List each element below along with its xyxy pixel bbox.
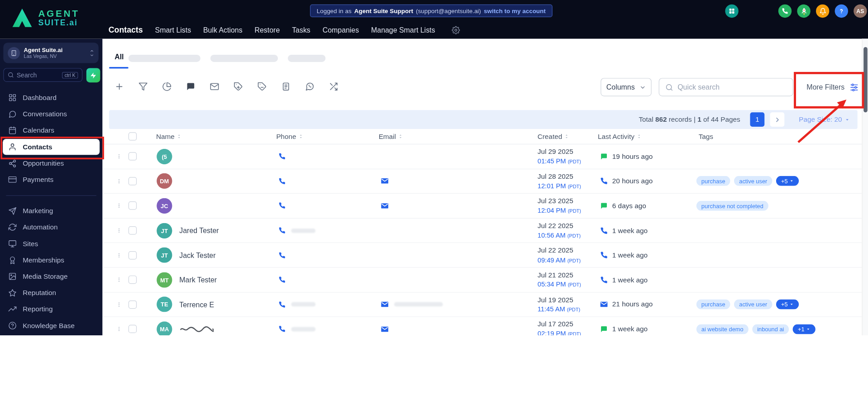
table-row[interactable]: JCJul 23 202512:04 PM (PDT)6 days agopur…	[102, 194, 862, 219]
email-icon[interactable]	[381, 177, 389, 185]
phone-icon[interactable]	[778, 5, 792, 18]
table-row[interactable]: JTJared TesterJul 22 202510:56 AM (PDT)1…	[102, 219, 862, 243]
topnav-smart-lists[interactable]: Smart Lists	[155, 26, 191, 34]
sidebar-item-conversations[interactable]: Conversations	[3, 106, 100, 122]
sort-icon[interactable]	[564, 134, 569, 139]
sidebar-item-opportunities[interactable]: Opportunities	[3, 155, 100, 172]
tag-pill[interactable]: active user	[734, 300, 772, 310]
more-filters-button[interactable]: More Filters	[806, 78, 858, 96]
row-checkbox[interactable]	[129, 300, 137, 309]
sidebar-item-marketing[interactable]: Marketing	[3, 203, 100, 219]
table-row[interactable]: MTMark TesterJul 21 202505:34 PM (PDT)1 …	[102, 268, 862, 293]
sidebar-item-knowledge-base[interactable]: Knowledge Base	[3, 317, 100, 334]
apps-icon[interactable]	[725, 5, 738, 18]
contact-name[interactable]: Mark Tester	[179, 276, 217, 284]
row-checkbox[interactable]	[129, 276, 137, 284]
quick-search-input[interactable]: Quick search	[659, 78, 793, 96]
row-menu-icon[interactable]	[116, 226, 122, 234]
help-icon[interactable]	[835, 5, 848, 18]
column-header-created[interactable]: Created	[531, 133, 591, 140]
sort-icon[interactable]	[398, 134, 403, 139]
sort-icon[interactable]	[637, 134, 642, 139]
export-contacts-icon[interactable]	[281, 82, 291, 91]
phone-icon[interactable]	[278, 177, 286, 185]
page-1-button[interactable]: 1	[750, 112, 765, 127]
topnav-tasks[interactable]: Tasks	[292, 26, 310, 34]
sidebar-item-memberships[interactable]: Memberships	[3, 252, 100, 268]
phone-icon[interactable]	[278, 276, 286, 283]
ai-assistant-button[interactable]	[86, 68, 100, 82]
more-tags-pill[interactable]: +5	[776, 300, 799, 310]
row-checkbox[interactable]	[129, 177, 137, 185]
switch-account-link[interactable]: switch to my account	[484, 8, 546, 14]
column-header-name[interactable]: Name	[149, 133, 269, 140]
row-menu-icon[interactable]	[116, 300, 122, 309]
topnav-manage-smart-lists[interactable]: Manage Smart Lists	[371, 26, 435, 34]
user-avatar[interactable]: AS	[854, 5, 867, 18]
table-row[interactable]: DMJul 28 202512:01 PM (PDT)20 hours agop…	[102, 169, 862, 194]
row-checkbox[interactable]	[129, 226, 137, 234]
table-row[interactable]: JTJack TesterJul 22 202509:49 AM (PDT)1 …	[102, 243, 862, 268]
contact-name[interactable]: Terrence E	[179, 300, 214, 309]
topnav-restore[interactable]: Restore	[255, 26, 280, 34]
phone-icon[interactable]	[278, 227, 286, 234]
page-size-dropdown[interactable]: Page Size: 20	[799, 116, 849, 124]
email-icon[interactable]	[381, 300, 389, 308]
row-checkbox[interactable]	[129, 153, 137, 161]
topnav-bulk-actions[interactable]: Bulk Actions	[203, 26, 243, 34]
row-menu-icon[interactable]	[116, 325, 122, 333]
row-checkbox[interactable]	[129, 325, 137, 333]
row-menu-icon[interactable]	[116, 276, 122, 284]
tag-pill[interactable]: purchase	[696, 176, 730, 186]
column-header-phone[interactable]: Phone	[270, 133, 372, 140]
notifications-icon[interactable]	[816, 5, 829, 18]
send-sms-icon[interactable]	[186, 82, 196, 91]
scrollbar-track[interactable]	[862, 39, 868, 335]
column-header-tags[interactable]: Tags	[692, 133, 862, 140]
column-header-last-activity[interactable]: Last Activity	[591, 133, 692, 140]
row-menu-icon[interactable]	[116, 153, 122, 161]
topnav-contacts[interactable]: Contacts	[109, 25, 143, 34]
tag-pill[interactable]: active user	[734, 176, 772, 186]
account-switcher[interactable]: Agent Suite.ai Las Vegas, NV	[3, 43, 98, 63]
phone-icon[interactable]	[278, 252, 286, 259]
phone-icon[interactable]	[278, 202, 286, 210]
sidebar-item-contacts[interactable]: Contacts	[3, 139, 100, 155]
row-checkbox[interactable]	[129, 251, 137, 259]
whatsapp-icon[interactable]	[305, 82, 315, 91]
contact-name[interactable]: Jack Tester	[179, 251, 215, 259]
pie-chart-icon[interactable]	[162, 82, 172, 91]
tab-redacted[interactable]	[129, 55, 200, 62]
sidebar-item-reporting[interactable]: Reporting	[3, 301, 100, 317]
rocket-icon[interactable]	[797, 5, 810, 18]
phone-icon[interactable]	[278, 153, 286, 160]
tag-pill[interactable]: purchase not completed	[696, 201, 768, 211]
tag-pill[interactable]: inbound ai	[752, 324, 789, 334]
send-email-icon[interactable]	[210, 82, 219, 91]
phone-icon[interactable]	[278, 301, 286, 308]
scrollbar-thumb[interactable]	[863, 47, 868, 112]
row-menu-icon[interactable]	[116, 251, 122, 259]
sidebar-item-reputation[interactable]: Reputation	[3, 285, 100, 301]
sidebar-item-payments[interactable]: Payments	[3, 172, 100, 188]
sidebar-search-input[interactable]: Search ctrl K	[3, 68, 82, 82]
sort-icon[interactable]	[177, 134, 182, 139]
tag-pill[interactable]: ai website demo	[696, 324, 749, 334]
smart-list-settings-gear-icon[interactable]	[452, 26, 460, 34]
sidebar-item-sites[interactable]: Sites	[3, 236, 100, 252]
tag-pill[interactable]: purchase	[696, 300, 730, 310]
add-contact-icon[interactable]	[114, 82, 124, 91]
more-tags-pill[interactable]: +1	[793, 324, 816, 334]
select-all-checkbox[interactable]	[129, 132, 137, 140]
email-icon[interactable]	[381, 325, 389, 333]
sidebar-item-automation[interactable]: Automation	[3, 219, 100, 235]
email-icon[interactable]	[381, 202, 389, 210]
table-row[interactable]: MAJul 17 202502:19 PM (PDT)1 week agoai …	[102, 317, 862, 335]
next-page-button[interactable]	[770, 112, 785, 127]
filter-icon[interactable]	[138, 82, 148, 91]
sort-icon[interactable]	[299, 134, 304, 139]
remove-tag-icon[interactable]	[258, 82, 267, 91]
add-tag-icon[interactable]	[234, 82, 243, 91]
more-tags-pill[interactable]: +5	[776, 176, 799, 186]
row-menu-icon[interactable]	[116, 177, 122, 185]
